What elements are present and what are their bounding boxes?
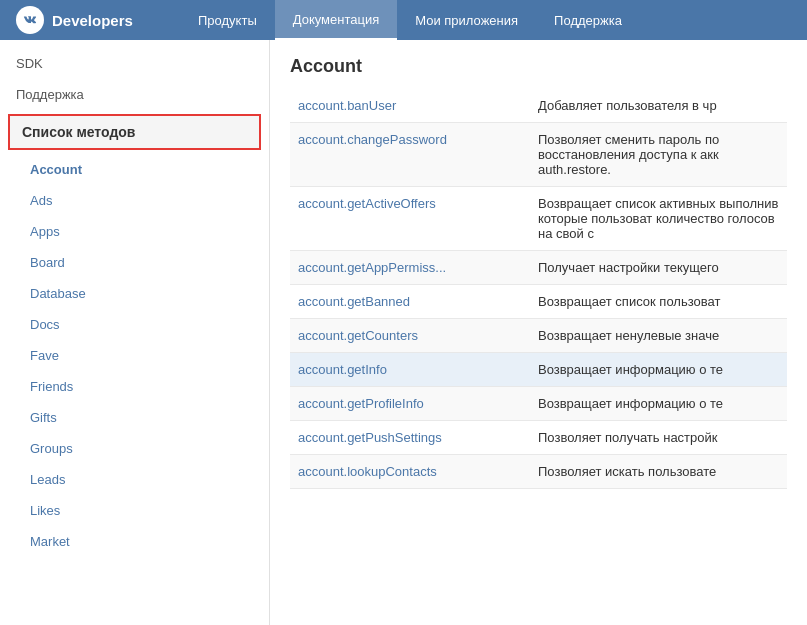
sidebar-sub-item[interactable]: Leads	[0, 464, 269, 495]
method-description: Позволяет получать настройк	[530, 421, 787, 455]
method-name[interactable]: account.getActiveOffers	[290, 187, 530, 251]
method-description: Позволяет сменить пароль по восстановлен…	[530, 123, 787, 187]
method-name[interactable]: account.getAppPermiss...	[290, 251, 530, 285]
methods-table: account.banUserДобавляет пользователя в …	[290, 89, 787, 489]
sidebar-sub-item[interactable]: Account	[0, 154, 269, 185]
header-nav-item[interactable]: Поддержка	[536, 0, 640, 40]
vk-icon	[16, 6, 44, 34]
method-name[interactable]: account.getProfileInfo	[290, 387, 530, 421]
table-row: account.lookupContactsПозволяет искать п…	[290, 455, 787, 489]
method-name[interactable]: account.getBanned	[290, 285, 530, 319]
sidebar-sub-item[interactable]: Groups	[0, 433, 269, 464]
method-description: Получает настройки текущего	[530, 251, 787, 285]
method-name[interactable]: account.banUser	[290, 89, 530, 123]
method-name[interactable]: account.getCounters	[290, 319, 530, 353]
table-row: account.banUserДобавляет пользователя в …	[290, 89, 787, 123]
table-row: account.getBannedВозвращает список польз…	[290, 285, 787, 319]
table-row: account.getPushSettingsПозволяет получат…	[290, 421, 787, 455]
sidebar-sub-item[interactable]: Friends	[0, 371, 269, 402]
method-description: Возвращает список пользоват	[530, 285, 787, 319]
header: Developers ПродуктыДокументацияМои прило…	[0, 0, 807, 40]
header-nav-item[interactable]: Документация	[275, 0, 398, 40]
sidebar-sub-item[interactable]: Fave	[0, 340, 269, 371]
page-title: Account	[290, 56, 787, 77]
logo-text: Developers	[52, 12, 133, 29]
table-row: account.getInfoВозвращает информацию о т…	[290, 353, 787, 387]
method-description: Добавляет пользователя в чр	[530, 89, 787, 123]
table-row: account.getProfileInfoВозвращает информа…	[290, 387, 787, 421]
sidebar-sub-item[interactable]: Likes	[0, 495, 269, 526]
method-description: Возвращает информацию о те	[530, 387, 787, 421]
logo[interactable]: Developers	[0, 6, 180, 34]
table-row: account.getActiveOffersВозвращает список…	[290, 187, 787, 251]
main-content: Account account.banUserДобавляет пользов…	[270, 40, 807, 625]
sidebar: SDKПоддержкаСписок методовAccountAdsApps…	[0, 40, 270, 625]
method-name[interactable]: account.changePassword	[290, 123, 530, 187]
sidebar-section-header[interactable]: Список методов	[8, 114, 261, 150]
method-name[interactable]: account.lookupContacts	[290, 455, 530, 489]
sidebar-sub-item[interactable]: Ads	[0, 185, 269, 216]
sidebar-item[interactable]: Поддержка	[0, 79, 269, 110]
method-name[interactable]: account.getPushSettings	[290, 421, 530, 455]
method-description: Позволяет искать пользовате	[530, 455, 787, 489]
sidebar-sub-item[interactable]: Apps	[0, 216, 269, 247]
header-nav-item[interactable]: Продукты	[180, 0, 275, 40]
method-name[interactable]: account.getInfo	[290, 353, 530, 387]
sidebar-sub-item[interactable]: Board	[0, 247, 269, 278]
header-nav: ПродуктыДокументацияМои приложенияПоддер…	[180, 0, 807, 40]
layout: SDKПоддержкаСписок методовAccountAdsApps…	[0, 40, 807, 625]
method-description: Возвращает информацию о те	[530, 353, 787, 387]
header-nav-item[interactable]: Мои приложения	[397, 0, 536, 40]
sidebar-sub-item[interactable]: Market	[0, 526, 269, 557]
table-row: account.getAppPermiss...Получает настрой…	[290, 251, 787, 285]
table-row: account.getCountersВозвращает ненулевые …	[290, 319, 787, 353]
table-row: account.changePasswordПозволяет сменить …	[290, 123, 787, 187]
sidebar-sub-item[interactable]: Database	[0, 278, 269, 309]
method-description: Возвращает список активных выполнив кото…	[530, 187, 787, 251]
sidebar-item[interactable]: SDK	[0, 48, 269, 79]
sidebar-sub-item[interactable]: Gifts	[0, 402, 269, 433]
method-description: Возвращает ненулевые значе	[530, 319, 787, 353]
sidebar-sub-item[interactable]: Docs	[0, 309, 269, 340]
